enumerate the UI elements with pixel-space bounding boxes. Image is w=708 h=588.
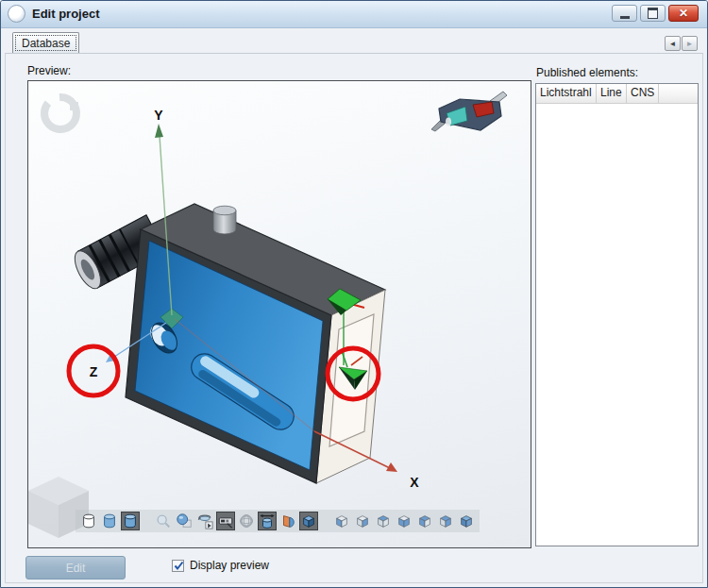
minimize-button[interactable] xyxy=(612,5,637,22)
measure-device-button[interactable] xyxy=(216,512,235,530)
shaded-edges-cylinder-button[interactable] xyxy=(121,512,140,530)
column-header-cns[interactable]: CNS xyxy=(627,84,659,103)
maximize-button[interactable] xyxy=(640,5,666,22)
view-cube-1-button[interactable] xyxy=(332,512,351,530)
tab-database-label: Database xyxy=(22,37,70,50)
spin-animation-button[interactable] xyxy=(195,512,214,530)
window-title: Edit project xyxy=(32,7,100,21)
view-cube-4-button[interactable] xyxy=(395,512,413,530)
close-icon: ✕ xyxy=(679,8,688,19)
minimize-icon xyxy=(620,16,630,19)
display-preview-checkbox[interactable] xyxy=(172,560,184,572)
column-header-filler xyxy=(659,84,698,103)
axis-x-label: X xyxy=(410,475,419,490)
check-icon xyxy=(173,560,185,572)
top-knob xyxy=(213,206,236,234)
column-header-line[interactable]: Line xyxy=(597,84,627,103)
viewport-toolbar xyxy=(76,510,480,532)
pan-cylinder-button[interactable] xyxy=(258,512,277,530)
preview-label: Preview: xyxy=(27,64,71,77)
app-icon xyxy=(8,5,25,23)
solid-cube-button[interactable] xyxy=(299,512,318,530)
column-header-lichtstrahl[interactable]: Lichtstrahl xyxy=(536,84,597,103)
axis-z-label: Z xyxy=(90,364,98,379)
view-cube-2-button[interactable] xyxy=(353,512,372,530)
3d-glasses-icon xyxy=(428,88,509,135)
display-preview-label: Display preview xyxy=(190,559,269,572)
view-cube-7-button[interactable] xyxy=(457,512,476,530)
zoom-tool-button[interactable] xyxy=(154,512,173,530)
shaded-cylinder-button[interactable] xyxy=(100,512,119,530)
view-cube-5-button[interactable] xyxy=(415,512,434,530)
edit-project-dialog: Edit project ✕ Database ◄ ► Preview: Pub… xyxy=(0,0,708,588)
section-view-button[interactable] xyxy=(278,512,297,530)
maximize-icon xyxy=(648,8,658,19)
axis-y-label: Y xyxy=(154,108,163,123)
preview-viewport[interactable]: Y Z X xyxy=(27,80,531,548)
list-header: Lichtstrahl Line CNS xyxy=(536,84,698,104)
mesh-display-button[interactable] xyxy=(237,512,256,530)
close-button[interactable]: ✕ xyxy=(668,5,699,22)
published-elements-list[interactable]: Lichtstrahl Line CNS xyxy=(535,83,699,546)
title-bar[interactable]: Edit project ✕ xyxy=(1,1,707,28)
tab-scroll-right-button[interactable]: ► xyxy=(682,36,698,51)
cad-scene[interactable]: Y Z X xyxy=(28,81,531,547)
wireframe-cylinder-button[interactable] xyxy=(79,512,98,530)
tab-scroll-left-button[interactable]: ◄ xyxy=(665,36,681,51)
published-elements-label: Published elements: xyxy=(536,66,638,79)
view-cube-6-button[interactable] xyxy=(436,512,455,530)
edit-button[interactable]: Edit xyxy=(25,556,126,580)
tab-database[interactable]: Database xyxy=(12,32,79,53)
rotate-sphere-button[interactable] xyxy=(175,512,194,530)
tab-strip: Database xyxy=(1,27,707,53)
sensor-body[interactable] xyxy=(126,204,385,483)
view-cube-3-button[interactable] xyxy=(374,512,393,530)
